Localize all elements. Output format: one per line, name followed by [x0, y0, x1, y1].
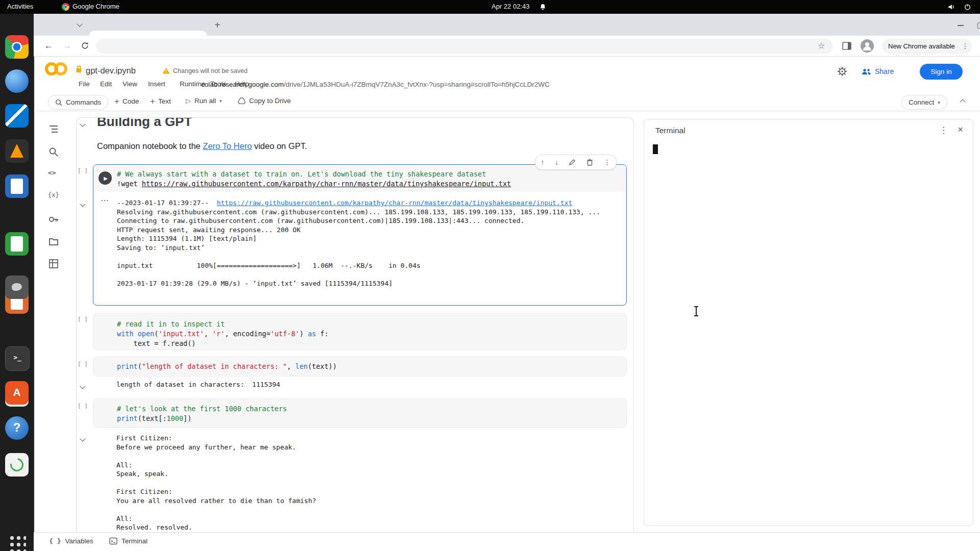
- show-applications-icon[interactable]: [8, 534, 26, 551]
- volume-icon[interactable]: [947, 3, 955, 11]
- tab-search-chevron-icon[interactable]: [77, 21, 82, 27]
- dock-blue-app-icon[interactable]: [5, 69, 29, 93]
- forward-button[interactable]: →: [62, 40, 71, 51]
- bottom-bar: { } Variables Terminal: [34, 532, 980, 551]
- notification-bell-icon[interactable]: [539, 3, 547, 11]
- dock-recycle-icon[interactable]: [5, 453, 29, 477]
- menu-view[interactable]: View: [122, 80, 137, 88]
- variables-tab[interactable]: { } Variables: [49, 537, 93, 545]
- collapse-header-icon[interactable]: [960, 99, 965, 105]
- chrome-update-chip[interactable]: New Chrome available ⋮: [882, 39, 972, 54]
- share-button[interactable]: Share: [862, 67, 894, 76]
- dock-writer-icon[interactable]: [5, 174, 29, 198]
- edit-cell-icon[interactable]: [569, 159, 576, 166]
- code-snippets-icon[interactable]: <>: [48, 169, 60, 181]
- dock-chrome-icon[interactable]: [5, 35, 29, 59]
- subtitle-text: Companion notebook to the: [97, 141, 203, 151]
- people-icon: [862, 68, 871, 76]
- table-grid-icon[interactable]: [48, 258, 60, 270]
- browser-menu-kebab-icon[interactable]: ⋮: [962, 42, 969, 50]
- reload-button[interactable]: [81, 41, 89, 50]
- code-editor[interactable]: # We always start with a dataset to trai…: [117, 169, 511, 189]
- files-folder-icon[interactable]: [48, 236, 60, 248]
- dock-calc-icon[interactable]: [5, 232, 29, 256]
- terminal-panel[interactable]: Terminal ⋮ ×: [644, 119, 973, 526]
- menu-insert[interactable]: Insert: [148, 80, 165, 88]
- code-cell-1[interactable]: ▶ # We always start with a dataset to tr…: [93, 164, 627, 306]
- new-tab-button[interactable]: +: [214, 19, 220, 31]
- dock-help-icon[interactable]: [5, 416, 29, 440]
- braces-icon: { }: [49, 537, 61, 545]
- move-cell-up-icon[interactable]: ↑: [541, 159, 544, 166]
- move-cell-down-icon[interactable]: ↓: [555, 159, 558, 166]
- notebook-title[interactable]: gpt-dev.ipynb: [86, 66, 136, 76]
- menu-edit[interactable]: Edit: [100, 80, 112, 88]
- markdown-heading: Building a GPT: [97, 117, 192, 130]
- sign-in-button[interactable]: Sign in: [920, 64, 963, 80]
- terminal-menu-kebab-icon[interactable]: ⋮: [939, 125, 948, 136]
- bookmark-star-icon[interactable]: ☆: [818, 41, 825, 51]
- dock-terminal-icon[interactable]: [5, 346, 30, 371]
- variables-label: Variables: [65, 537, 93, 545]
- cell-exec-marker[interactable]: [ ]: [78, 403, 92, 409]
- cell-menu-kebab-icon[interactable]: ⋮: [604, 159, 611, 166]
- power-icon[interactable]: [964, 3, 971, 11]
- menu-help[interactable]: Help: [235, 80, 249, 88]
- find-replace-icon[interactable]: [48, 146, 60, 159]
- connect-dropdown-icon[interactable]: ▾: [938, 100, 940, 105]
- cell-exec-marker[interactable]: [ ]: [78, 167, 92, 174]
- terminal-panel-title: Terminal: [655, 126, 685, 135]
- run-cell-button[interactable]: ▶: [99, 171, 112, 185]
- table-of-contents-icon[interactable]: [48, 123, 60, 136]
- code-editor[interactable]: # read it in to inspect it with open('in…: [117, 319, 329, 348]
- output-collapse-icon[interactable]: [80, 383, 85, 389]
- variable-inspector-icon[interactable]: {x}: [48, 191, 60, 204]
- clock[interactable]: Apr 22 02:43: [492, 3, 529, 10]
- dock-vlc-icon[interactable]: [5, 139, 29, 163]
- colab-logo[interactable]: [44, 61, 68, 77]
- back-button[interactable]: ←: [44, 40, 53, 51]
- settings-gear-icon[interactable]: [837, 66, 847, 77]
- dock-software-icon[interactable]: [5, 381, 29, 405]
- delete-cell-icon[interactable]: [586, 159, 593, 166]
- zero-to-hero-link[interactable]: Zero To Hero: [203, 141, 252, 151]
- terminal-close-icon[interactable]: ×: [958, 124, 963, 135]
- output-collapse-icon[interactable]: [80, 436, 85, 441]
- section-collapse-icon[interactable]: [80, 121, 85, 127]
- menu-file[interactable]: File: [79, 80, 90, 88]
- side-panel-icon[interactable]: [842, 42, 851, 50]
- code-editor[interactable]: # let's look at the first 1000 character…: [117, 404, 287, 423]
- run-all-button[interactable]: ▷ Run all ▾: [186, 97, 222, 105]
- code-cell-4[interactable]: # let's look at the first 1000 character…: [93, 398, 627, 428]
- connect-button[interactable]: Connect ▾: [901, 95, 947, 110]
- add-text-button[interactable]: + Text: [150, 97, 171, 106]
- add-code-button[interactable]: + Code: [114, 97, 139, 106]
- secrets-key-icon[interactable]: [48, 214, 60, 226]
- menu-runtime[interactable]: Runtime: [180, 80, 205, 88]
- address-bar[interactable]: colab.research.google.com/drive/1JMLa53H…: [96, 39, 833, 54]
- window-maximize-button[interactable]: [977, 22, 980, 29]
- activities-button[interactable]: Activities: [7, 3, 33, 10]
- copy-to-drive-label: Copy to Drive: [249, 97, 291, 105]
- cell-toolbar: ↑ ↓ ⋮: [535, 155, 617, 170]
- cell-exec-marker[interactable]: [ ]: [78, 316, 92, 322]
- menu-tools[interactable]: Tools: [210, 80, 227, 88]
- cell-output: length of dataset in characters: 1115394: [116, 380, 280, 389]
- code-cell-2[interactable]: # read it in to inspect it with open('in…: [93, 313, 627, 350]
- run-all-dropdown-icon[interactable]: ▾: [219, 98, 222, 104]
- dock-vscode-icon[interactable]: [5, 104, 29, 128]
- copy-to-drive-button[interactable]: Copy to Drive: [238, 97, 291, 105]
- window-minimize-button[interactable]: [958, 25, 964, 26]
- cell-output: --2023-01-17 01:39:27-- https://raw.gith…: [117, 198, 600, 288]
- dock-gimp-icon[interactable]: [5, 276, 29, 299]
- output-options-icon[interactable]: ⋯: [101, 195, 109, 205]
- lock-icon: [76, 65, 82, 73]
- profile-avatar[interactable]: [861, 39, 874, 53]
- terminal-tab[interactable]: Terminal: [109, 537, 148, 545]
- connect-label: Connect: [909, 98, 934, 106]
- code-cell-3[interactable]: print("length of dataset in characters: …: [93, 357, 627, 377]
- cell-exec-marker[interactable]: [ ]: [78, 361, 92, 367]
- code-editor[interactable]: print("length of dataset in characters: …: [117, 362, 337, 371]
- commands-button[interactable]: Commands: [48, 95, 108, 110]
- output-collapse-icon[interactable]: [80, 201, 85, 207]
